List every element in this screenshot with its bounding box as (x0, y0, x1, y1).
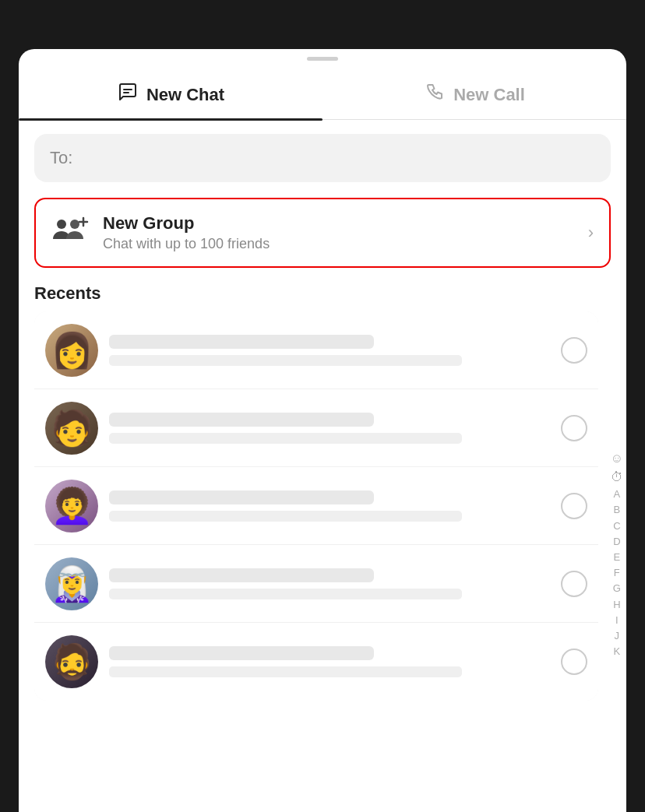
tab-new-call[interactable]: New Call (322, 67, 626, 119)
new-group-container: New Group Chat with up to 100 friends › (34, 198, 611, 268)
alpha-recents-icon[interactable]: ⏱ (611, 468, 623, 485)
alpha-d[interactable]: D (613, 534, 620, 548)
select-circle[interactable] (561, 415, 587, 441)
alpha-favorites-icon[interactable]: ☺ (611, 449, 623, 466)
modal-sheet: New Chat New Call To: (19, 49, 626, 812)
alphabet-sidebar: ☺ ⏱ A B C D E F G H I J K (608, 445, 626, 663)
new-group-subtitle: Chat with up to 100 friends (103, 236, 574, 252)
tab-bar: New Chat New Call (19, 67, 626, 120)
msg-placeholder (109, 511, 462, 522)
new-group-icon (51, 216, 89, 250)
msg-placeholder (109, 666, 462, 677)
contact-info (109, 490, 550, 522)
msg-placeholder (109, 355, 462, 366)
to-field-container: To: (19, 120, 626, 190)
contact-info (109, 646, 550, 677)
name-placeholder (109, 413, 374, 427)
select-circle[interactable] (561, 649, 587, 675)
alpha-g[interactable]: G (613, 582, 621, 596)
tab-new-call-label: New Call (453, 85, 525, 105)
name-placeholder (109, 335, 374, 349)
chat-icon (117, 81, 139, 108)
new-group-button[interactable]: New Group Chat with up to 100 friends › (36, 199, 609, 266)
alpha-a[interactable]: A (613, 487, 620, 501)
contact-item[interactable]: 🧑 (34, 389, 598, 467)
contact-info (109, 568, 550, 599)
alpha-j[interactable]: J (615, 629, 620, 643)
contact-item[interactable]: 🧔 (34, 623, 598, 701)
select-circle[interactable] (561, 337, 587, 364)
to-field[interactable]: To: (34, 134, 611, 182)
avatar: 👩 (45, 324, 98, 377)
name-placeholder (109, 568, 374, 582)
svg-point-0 (57, 220, 66, 229)
new-group-text: New Group Chat with up to 100 friends (103, 213, 574, 252)
drag-handle[interactable] (307, 57, 338, 61)
alpha-k[interactable]: K (613, 645, 620, 659)
contact-item[interactable]: 🧝‍♀️ (34, 545, 598, 623)
recents-list: 👩 🧑 (34, 311, 598, 701)
name-placeholder (109, 490, 374, 504)
avatar: 🧑 (45, 402, 98, 455)
contact-info (109, 335, 550, 366)
avatar: 👩‍🦱 (45, 480, 98, 533)
alpha-f[interactable]: F (614, 566, 620, 580)
alpha-e[interactable]: E (613, 550, 620, 564)
tab-new-chat[interactable]: New Chat (19, 67, 322, 119)
msg-placeholder (109, 433, 462, 444)
select-circle[interactable] (561, 493, 587, 519)
contact-item[interactable]: 👩 (34, 311, 598, 389)
msg-placeholder (109, 589, 462, 599)
contact-info (109, 413, 550, 444)
recents-label: Recents (19, 279, 626, 311)
select-circle[interactable] (561, 571, 587, 597)
alpha-h[interactable]: H (613, 597, 620, 611)
alpha-c[interactable]: C (613, 518, 620, 533)
name-placeholder (109, 646, 374, 660)
tab-new-chat-label: New Chat (146, 85, 224, 105)
alpha-i[interactable]: I (615, 613, 619, 627)
phone-container: New Chat New Call To: (0, 0, 645, 812)
avatar: 🧔 (45, 635, 98, 688)
alpha-b[interactable]: B (613, 503, 620, 517)
to-label: To: (50, 148, 72, 168)
svg-point-1 (70, 220, 79, 229)
chevron-right-icon: › (588, 223, 594, 243)
avatar: 🧝‍♀️ (45, 557, 98, 610)
new-group-title: New Group (103, 213, 574, 234)
call-icon (424, 81, 446, 108)
contact-item[interactable]: 👩‍🦱 (34, 467, 598, 545)
